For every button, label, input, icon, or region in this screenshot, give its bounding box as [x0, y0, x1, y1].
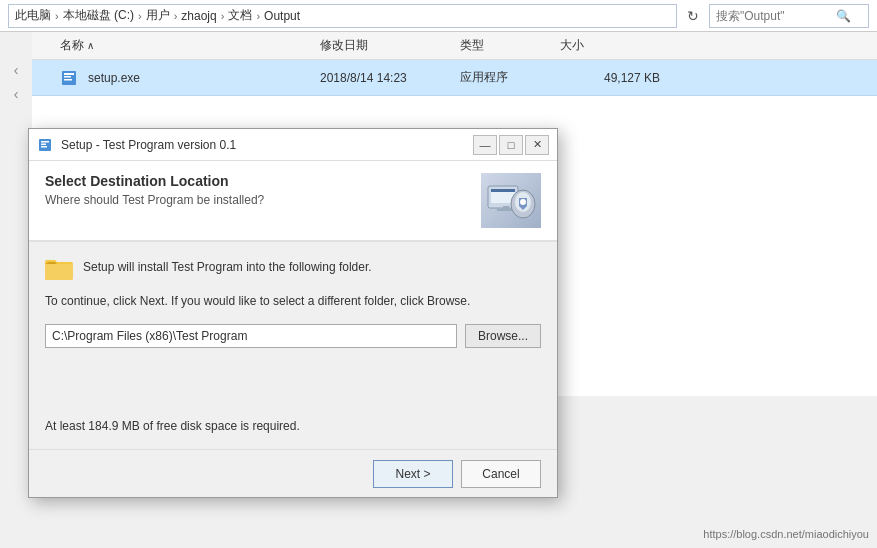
- breadcrumb-sep-2: ›: [138, 10, 142, 22]
- col-header-type[interactable]: 类型: [460, 37, 560, 54]
- breadcrumb-part-1: 此电脑: [15, 7, 51, 24]
- nav-arrow-2: ‹: [14, 86, 19, 102]
- install-info-text: Setup will install Test Program into the…: [83, 258, 372, 276]
- breadcrumb-part-3: 用户: [146, 7, 170, 24]
- file-size: 49,127 KB: [560, 71, 660, 85]
- minimize-button[interactable]: —: [473, 135, 497, 155]
- column-headers: 名称 ∧ 修改日期 类型 大小: [0, 32, 877, 60]
- file-date: 2018/8/14 14:23: [320, 71, 460, 85]
- breadcrumb-part-6: Output: [264, 9, 300, 23]
- breadcrumb-sep-5: ›: [256, 10, 260, 22]
- search-icon: 🔍: [836, 9, 851, 23]
- breadcrumb-sep-1: ›: [55, 10, 59, 22]
- restore-button[interactable]: □: [499, 135, 523, 155]
- file-name: setup.exe: [88, 71, 320, 85]
- search-input[interactable]: [716, 9, 836, 23]
- table-row[interactable]: setup.exe 2018/8/14 14:23 应用程序 49,127 KB: [0, 60, 877, 96]
- address-bar: 此电脑 › 本地磁盘 (C:) › 用户 › zhaojq › 文档 › Out…: [0, 0, 877, 32]
- dialog-header-image: [481, 173, 541, 228]
- nav-arrow-1: ‹: [14, 62, 19, 78]
- breadcrumb-part-5: 文档: [228, 7, 252, 24]
- dialog-body: Setup will install Test Program into the…: [29, 242, 557, 449]
- file-icon: [60, 68, 80, 88]
- dialog-title: Setup - Test Program version 0.1: [61, 138, 473, 152]
- next-button[interactable]: Next >: [373, 460, 453, 488]
- refresh-button[interactable]: ↻: [681, 4, 705, 28]
- svg-rect-7: [41, 146, 47, 148]
- col-header-size[interactable]: 大小: [560, 37, 660, 54]
- close-button[interactable]: ✕: [525, 135, 549, 155]
- continue-text: To continue, click Next. If you would li…: [45, 294, 541, 308]
- search-box[interactable]: 🔍: [709, 4, 869, 28]
- svg-rect-10: [491, 189, 515, 192]
- svg-rect-1: [64, 73, 74, 75]
- disk-space-text: At least 184.9 MB of free disk space is …: [45, 419, 541, 433]
- breadcrumb-sep-4: ›: [221, 10, 225, 22]
- file-type: 应用程序: [460, 69, 560, 86]
- svg-rect-11: [503, 206, 509, 209]
- watermark: https://blog.csdn.net/miaodichiyou: [703, 528, 869, 540]
- folder-icon: [45, 258, 73, 280]
- dialog-footer: Next > Cancel: [29, 449, 557, 497]
- svg-rect-6: [41, 143, 46, 145]
- dialog-header-subtitle: Where should Test Program be installed?: [45, 193, 264, 207]
- install-info: Setup will install Test Program into the…: [45, 258, 541, 280]
- path-row: Browse...: [45, 324, 541, 348]
- browse-button[interactable]: Browse...: [465, 324, 541, 348]
- dialog-header-title: Select Destination Location: [45, 173, 264, 189]
- svg-rect-2: [64, 76, 71, 78]
- svg-point-15: [520, 199, 526, 205]
- breadcrumb-part-4: zhaojq: [181, 9, 216, 23]
- svg-rect-5: [41, 141, 49, 143]
- dialog-header-text: Select Destination Location Where should…: [45, 173, 264, 207]
- dialog-titlebar: Setup - Test Program version 0.1 — □ ✕: [29, 129, 557, 161]
- col-header-date[interactable]: 修改日期: [320, 37, 460, 54]
- window-controls: — □ ✕: [473, 135, 549, 155]
- col-header-name[interactable]: 名称 ∧: [60, 37, 320, 54]
- cancel-button[interactable]: Cancel: [461, 460, 541, 488]
- setup-dialog: Setup - Test Program version 0.1 — □ ✕ S…: [28, 128, 558, 498]
- breadcrumb-part-2: 本地磁盘 (C:): [63, 7, 134, 24]
- dialog-app-icon: [37, 136, 55, 154]
- svg-rect-3: [64, 79, 72, 81]
- breadcrumb[interactable]: 此电脑 › 本地磁盘 (C:) › 用户 › zhaojq › 文档 › Out…: [8, 4, 677, 28]
- dialog-header: Select Destination Location Where should…: [29, 161, 557, 242]
- install-path-input[interactable]: [45, 324, 457, 348]
- breadcrumb-sep-3: ›: [174, 10, 178, 22]
